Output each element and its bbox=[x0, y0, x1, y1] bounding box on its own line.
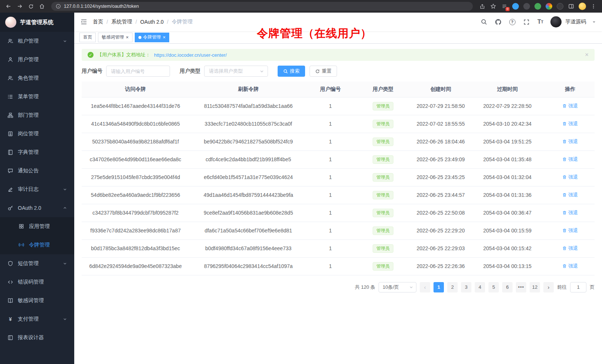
force-logout-button[interactable]: 强退 bbox=[562, 209, 578, 216]
page-button-5[interactable]: 5 bbox=[488, 282, 499, 292]
extension-green-icon[interactable] bbox=[533, 1, 543, 11]
page-button-1[interactable]: 1 bbox=[433, 282, 444, 292]
extension-adblock-icon[interactable]: 0 bbox=[500, 1, 509, 11]
force-logout-button[interactable]: 强退 bbox=[562, 263, 578, 269]
force-logout-button[interactable]: 强退 bbox=[562, 156, 578, 163]
actions-cell: 强退 bbox=[546, 222, 595, 239]
force-logout-button[interactable]: 强退 bbox=[562, 227, 578, 234]
home-icon[interactable] bbox=[37, 1, 47, 11]
sidebar-item-dept[interactable]: 部门管理 bbox=[0, 106, 74, 125]
github-icon[interactable] bbox=[494, 18, 502, 26]
sidebar-item-tenant[interactable]: 租户管理 bbox=[0, 32, 74, 50]
access-token-cell: 502375b8040a469a9b82188afdf6af1f bbox=[82, 133, 189, 150]
force-logout-button[interactable]: 强退 bbox=[562, 192, 578, 198]
page-button-6[interactable]: 6 bbox=[502, 282, 513, 292]
user-type-tag: 管理员 bbox=[373, 209, 393, 217]
sidebar-item-user[interactable]: 用户管理 bbox=[0, 50, 74, 69]
tab-label: 令牌管理 bbox=[143, 34, 161, 40]
user-id-input[interactable] bbox=[106, 66, 170, 77]
chevron-down-icon bbox=[409, 285, 413, 289]
share-icon[interactable] bbox=[477, 1, 487, 11]
sidebar-collapse-icon[interactable] bbox=[80, 18, 88, 26]
search-icon[interactable] bbox=[480, 18, 488, 26]
breadcrumb-home[interactable]: 首页 bbox=[93, 19, 103, 25]
sidebar-item-menu[interactable]: 菜单管理 bbox=[0, 87, 74, 106]
extension-dark2-icon[interactable] bbox=[555, 1, 565, 11]
sidebar-item-payment[interactable]: ¥ 支付管理 bbox=[0, 310, 74, 328]
search-button[interactable]: 搜索 bbox=[278, 66, 305, 77]
sidebar-item-sensitive-word[interactable]: 敏感词管理 bbox=[0, 291, 74, 310]
prev-page-button[interactable]: ‹ bbox=[420, 282, 430, 292]
font-size-icon[interactable]: TT bbox=[536, 18, 544, 26]
tab-token-mgmt[interactable]: 令牌管理 × bbox=[135, 33, 170, 42]
force-logout-button[interactable]: 强退 bbox=[562, 138, 578, 145]
sidebar-item-token-mgmt[interactable]: 令牌管理 bbox=[0, 236, 74, 254]
next-page-button[interactable]: › bbox=[543, 282, 554, 292]
browser-profile-avatar[interactable] bbox=[578, 1, 587, 11]
more-pages-button[interactable]: ••• bbox=[516, 282, 526, 292]
tab-sensitive-word[interactable]: 敏感词管理 × bbox=[98, 33, 132, 42]
bookmark-star-icon[interactable] bbox=[488, 1, 498, 11]
user-type-cell: 管理员 bbox=[353, 186, 412, 204]
sidebar-item-oauth[interactable]: OAuth 2.0 bbox=[0, 199, 74, 217]
user-type-cell: 管理员 bbox=[353, 150, 412, 168]
sidebar-item-dict[interactable]: 字典管理 bbox=[0, 143, 74, 162]
page-size-select[interactable]: 10条/页 bbox=[379, 282, 416, 292]
sidebar-item-report-designer[interactable]: 报表设计器 bbox=[0, 328, 74, 347]
app-logo[interactable]: 芋道管理系统 bbox=[0, 13, 74, 32]
reset-button[interactable]: 重置 bbox=[310, 66, 337, 77]
table-row: 1ea5e44f8bc1467aaede43144f31de76 811c530… bbox=[82, 97, 595, 115]
banner-link[interactable]: https://doc.iocoder.cn/user-center/ bbox=[154, 52, 227, 58]
help-icon[interactable]: ? bbox=[508, 18, 516, 26]
address-bar[interactable]: 127.0.0.1:1024/system/oauth2/token bbox=[51, 2, 473, 11]
goto-page-input[interactable] bbox=[570, 282, 586, 292]
user-type-tag: 管理员 bbox=[373, 120, 393, 128]
tab-home[interactable]: 首页 bbox=[79, 33, 96, 42]
refresh-token-cell: dfa6c71a50a54c66bef706ef9e6e8d81 bbox=[189, 222, 307, 239]
refresh-icon[interactable] bbox=[26, 1, 36, 11]
app-grid-icon bbox=[19, 224, 24, 229]
sidebar-item-notice[interactable]: 通知公告 bbox=[0, 162, 74, 180]
force-logout-button[interactable]: 强退 bbox=[562, 174, 578, 181]
actions-cell: 强退 bbox=[546, 150, 595, 168]
breadcrumb-oauth[interactable]: OAuth 2.0 bbox=[140, 19, 164, 25]
browser-menu-icon[interactable] bbox=[589, 1, 598, 11]
breadcrumb-system[interactable]: 系统管理 bbox=[111, 19, 132, 25]
user-type-select[interactable]: 请选择用户类型 bbox=[204, 66, 268, 77]
force-logout-button[interactable]: 强退 bbox=[562, 245, 578, 252]
create-time-cell: 2022-06-25 22:29:03 bbox=[412, 239, 469, 257]
user-type-cell: 管理员 bbox=[353, 115, 412, 133]
info-icon[interactable] bbox=[56, 4, 61, 9]
force-logout-button[interactable]: 强退 bbox=[562, 103, 578, 109]
back-icon[interactable] bbox=[4, 1, 13, 11]
sidebar-item-audit-log[interactable]: 审计日志 bbox=[0, 180, 74, 199]
active-tab-dot bbox=[138, 36, 141, 39]
sidebar-item-label: 角色管理 bbox=[18, 75, 39, 82]
forward-icon[interactable] bbox=[15, 1, 24, 11]
extension-blue-icon[interactable] bbox=[511, 1, 520, 11]
sidebar-item-post[interactable]: 岗位管理 bbox=[0, 125, 74, 143]
create-time-cell: 2022-06-25 22:50:08 bbox=[412, 204, 469, 222]
fullscreen-icon[interactable] bbox=[522, 18, 530, 26]
page-button-4[interactable]: 4 bbox=[475, 282, 485, 292]
page-button-3[interactable]: 3 bbox=[461, 282, 471, 292]
table-row: 275e5de9151045fe87cbdc395e004f4d e6cfd40… bbox=[82, 168, 595, 186]
banner-close-icon[interactable]: × bbox=[585, 51, 589, 59]
sidebar-item-error-code[interactable]: 错误码管理 bbox=[0, 273, 74, 291]
sidebar-item-role[interactable]: 角色管理 bbox=[0, 69, 74, 87]
extension-multicolor-icon[interactable] bbox=[544, 1, 554, 11]
chevron-down-icon bbox=[63, 317, 67, 321]
force-logout-button[interactable]: 强退 bbox=[562, 120, 578, 127]
caret-down-icon[interactable] bbox=[592, 20, 596, 24]
actions-cell: 强退 bbox=[546, 168, 595, 186]
sidebar-item-sms[interactable]: 短信管理 bbox=[0, 254, 74, 273]
user-avatar[interactable] bbox=[550, 16, 562, 27]
split-view-icon[interactable] bbox=[566, 1, 576, 11]
close-icon[interactable]: × bbox=[163, 35, 166, 40]
expire-time-cell: 2054-03-04 00:15:59 bbox=[469, 222, 546, 239]
extension-dark-icon[interactable] bbox=[522, 1, 531, 11]
page-button-2[interactable]: 2 bbox=[447, 282, 458, 292]
close-icon[interactable]: × bbox=[126, 35, 129, 40]
sidebar-item-app-mgmt[interactable]: 应用管理 bbox=[0, 217, 74, 236]
page-button-last[interactable]: 12 bbox=[530, 282, 540, 292]
